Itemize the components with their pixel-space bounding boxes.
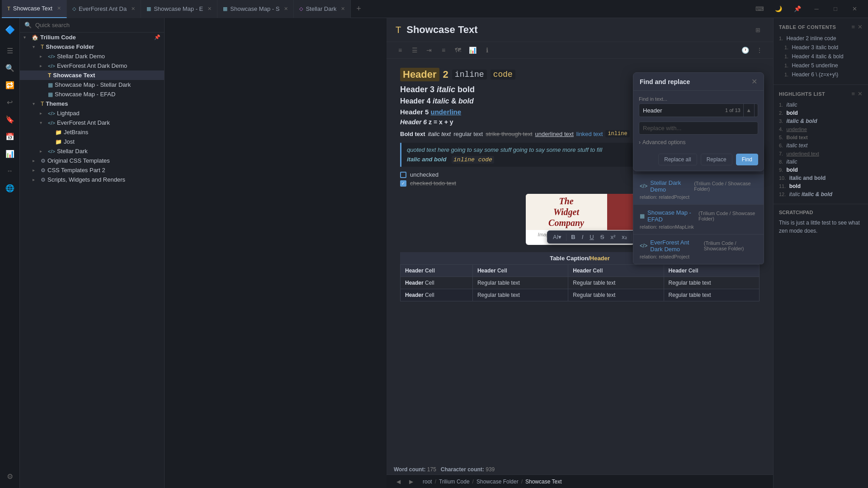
ft-bold-btn[interactable]: B (568, 232, 578, 242)
charts-icon[interactable]: 📊 (2, 145, 18, 162)
close-icon[interactable]: ✕ (208, 6, 212, 12)
toc-settings-icon[interactable]: ≡ (851, 23, 855, 30)
find-input[interactable] (639, 104, 722, 117)
close-icon[interactable]: ✕ (341, 6, 345, 12)
sidebar-item-showcase-text[interactable]: ▸ T Showcase Text (20, 70, 164, 80)
close-window-icon[interactable]: ✕ (846, 1, 863, 17)
breadcrumb-folder[interactable]: Showcase Folder (476, 479, 519, 485)
close-icon[interactable]: ✕ (284, 6, 288, 12)
search-icon[interactable]: 🔍 (2, 60, 18, 76)
hl-item[interactable]: 2. bold (779, 109, 863, 117)
tab-showcase-text[interactable]: T Showcase Text ✕ (2, 0, 67, 18)
breadcrumb-root[interactable]: root (423, 479, 432, 485)
toc-item[interactable]: 1. Header 4 italic & bold (779, 52, 863, 61)
toc-item[interactable]: 1. Header 5 underline (779, 61, 863, 70)
ft-underline-btn[interactable]: U (587, 232, 596, 242)
sidebar-item-lightpad[interactable]: ▸ </> Lightpad (20, 108, 164, 118)
linked-text[interactable]: linked text (576, 131, 603, 137)
back-button[interactable]: ◀ (394, 477, 403, 486)
autocomplete-item[interactable]: </> Stellar Dark Demo (Trilium Code / Sh… (633, 175, 764, 205)
more-options-icon[interactable]: ⋮ (753, 44, 766, 56)
replace-button[interactable]: Replace (701, 154, 732, 165)
close-icon[interactable]: ✕ (57, 5, 61, 11)
checkbox-unchecked[interactable] (400, 172, 406, 178)
tab-showcase-map-s[interactable]: ▦ Showcase Map - S ✕ (217, 0, 294, 18)
highlights-close-icon[interactable]: ✕ (858, 90, 863, 97)
sidebar-item-scripts[interactable]: ▸ ⚙ Scripts, Widgets and Renders (20, 175, 164, 184)
hl-item[interactable]: 6. italic text (779, 141, 863, 150)
ac-item-name[interactable]: Stellar Dark Demo (650, 179, 691, 193)
format-icon[interactable]: ≡ (394, 44, 406, 56)
hl-item[interactable]: 4. underline (779, 125, 863, 133)
menu-icon[interactable]: ☰ (2, 42, 18, 59)
hl-item[interactable]: 8. italic (779, 158, 863, 166)
sidebar-item-stellar-dark-theme[interactable]: ▸ </> Stellar Dark (20, 146, 164, 156)
minimize-icon[interactable]: ─ (808, 1, 825, 17)
ac-item-name[interactable]: Showcase Map - EFAD (647, 209, 696, 223)
ft-ai-btn[interactable]: AI▾ (550, 232, 564, 242)
sidebar-item-themes[interactable]: ▾ T Themes (20, 99, 164, 108)
hl-item[interactable]: 12. italic italic & bold (779, 190, 863, 198)
tab-showcase-map-e[interactable]: ▦ Showcase Map - E ✕ (141, 0, 217, 18)
highlights-settings-icon[interactable]: ≡ (851, 90, 855, 97)
split-view-icon[interactable]: ⊞ (751, 23, 764, 36)
sidebar-item-jetbrains[interactable]: ▸ 📁 JetBrains (20, 127, 164, 137)
hl-item[interactable]: 11. bold (779, 182, 863, 190)
autocomplete-item[interactable]: ▦ Showcase Map - EFAD (Trilium Code / Sh… (633, 205, 764, 235)
new-tab-button[interactable]: + (351, 4, 367, 14)
dialog-close-button[interactable]: ✕ (751, 77, 757, 86)
breadcrumb-trilium[interactable]: Trilium Code (439, 479, 470, 485)
checkbox-checked[interactable] (400, 180, 406, 187)
replace-all-button[interactable]: Replace all (658, 154, 697, 165)
settings-icon[interactable]: ⚙ (2, 468, 18, 484)
theme-icon[interactable]: 🌙 (770, 1, 787, 17)
history-icon[interactable]: ↩ (2, 94, 18, 110)
tab-stellar-dark[interactable]: ◇ Stellar Dark ✕ (294, 0, 351, 18)
scratchpad-text[interactable]: This is just a little test to see what z… (779, 219, 863, 235)
hl-item[interactable]: 7. underlined text (779, 150, 863, 158)
find-button[interactable]: Find (736, 154, 758, 165)
search-input[interactable] (35, 22, 160, 28)
relations-icon[interactable]: ↔ (2, 163, 18, 179)
calendar-icon[interactable]: 📅 (2, 128, 18, 145)
sidebar-item-root[interactable]: ▾ 🏠 Trilium Code 📌 (20, 33, 164, 42)
sidebar-item-showcase-folder[interactable]: ▾ T Showcase Folder (20, 42, 164, 52)
pin-icon[interactable]: 📌 (789, 1, 806, 17)
h5-link[interactable]: underline (431, 108, 462, 116)
pin-sidebar-icon[interactable]: 📌 (154, 34, 160, 40)
info-icon[interactable]: ℹ (481, 44, 493, 56)
maximize-icon[interactable]: □ (827, 1, 844, 17)
keyboard-icon[interactable]: ⌨ (751, 1, 768, 17)
sidebar-item-jost[interactable]: ▸ 📁 Jost (20, 137, 164, 146)
sidebar-item-stellar-demo[interactable]: ▸ </> Stellar Dark Demo (20, 52, 164, 61)
sidebar-item-map-efad[interactable]: ▸ ▦ Showcase Map - EFAD (20, 89, 164, 99)
advanced-options-toggle[interactable]: › Advanced options (639, 139, 758, 145)
autocomplete-item[interactable]: </> EverForest Ant Dark Demo (Trilium Co… (633, 235, 764, 264)
network-icon[interactable]: 🌐 (2, 180, 18, 196)
toc-item[interactable]: 1. Header 3 italic bold (779, 43, 863, 52)
replace-input[interactable] (639, 122, 758, 135)
sidebar-item-css-part2[interactable]: ▸ ⚙ CSS Templates Part 2 (20, 165, 164, 175)
hl-item[interactable]: 10. italic and bold (779, 174, 863, 182)
ft-sub-btn[interactable]: x₂ (619, 232, 630, 242)
sidebar-item-map-stellar[interactable]: ▸ ▦ Showcase Map - Stellar Dark (20, 80, 164, 89)
list-icon[interactable]: ≡ (437, 44, 450, 56)
search-next-button[interactable]: ▼ (754, 104, 758, 117)
history-btn[interactable]: 🕐 (739, 44, 751, 56)
hl-item[interactable]: 3. italic & bold (779, 117, 863, 125)
indent-icon[interactable]: ⇥ (423, 44, 435, 56)
ft-sup-btn[interactable]: x² (608, 232, 618, 242)
app-logo[interactable]: 🔷 (2, 22, 18, 38)
toc-item[interactable]: 1. Header 6 \ (z=x+y\) (779, 70, 863, 79)
bookmarks-icon[interactable]: 🔖 (2, 111, 18, 127)
align-icon[interactable]: ☰ (408, 44, 421, 56)
ac-item-name[interactable]: EverForest Ant Dark Demo (650, 239, 701, 253)
chart-icon[interactable]: 📊 (466, 44, 479, 56)
hl-item[interactable]: 1. italic (779, 101, 863, 109)
sidebar-item-css-orig[interactable]: ▸ ⚙ Original CSS Templates (20, 156, 164, 165)
tab-everforest[interactable]: ◇ EverForest Ant Da ✕ (67, 0, 141, 18)
ft-strike-btn[interactable]: S (598, 232, 607, 242)
hl-item[interactable]: 9. bold (779, 166, 863, 174)
sidebar-item-everforest[interactable]: ▸ </> EverForest Ant Dark Demo (20, 61, 164, 70)
hl-item[interactable]: 5. Bold text (779, 133, 863, 141)
